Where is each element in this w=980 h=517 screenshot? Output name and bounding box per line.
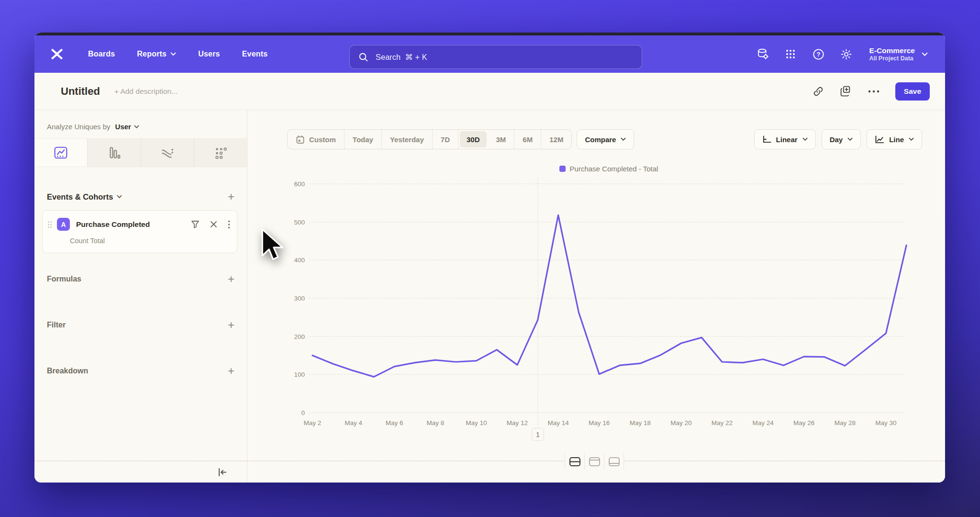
events-cohorts-label[interactable]: Events & Cohorts [47, 192, 113, 202]
range-label: Yesterday [390, 135, 424, 144]
x-tick-label: May 12 [507, 419, 528, 427]
line-chart-svg: 0100200300400500600May 2May 4May 6May 8M… [247, 177, 945, 445]
scale-dropdown[interactable]: Linear [754, 129, 816, 149]
query-builder-sidebar: Analyze Uniques by User [34, 110, 247, 461]
nav-item-label: Events [242, 50, 268, 58]
series-line-purchase-completed-total[interactable] [312, 215, 906, 377]
analyze-uniques-row: Analyze Uniques by User [47, 123, 234, 131]
project-subtitle: All Project Data [869, 55, 915, 63]
chevron-down-icon [621, 137, 626, 141]
tab-funnels[interactable] [88, 139, 141, 167]
section-filter: Filter+ [34, 319, 247, 331]
search-bar[interactable] [349, 45, 642, 69]
event-name[interactable]: Purchase Completed [76, 220, 150, 229]
range-label: 12M [549, 135, 563, 144]
x-tick-label: May 22 [712, 419, 733, 427]
range-3m[interactable]: 3M [488, 130, 515, 149]
y-tick-label: 100 [294, 371, 305, 378]
section-formulas: Formulas+ [34, 273, 247, 285]
analyze-entity-dropdown[interactable]: User [115, 123, 139, 131]
add-formulas-button[interactable]: + [228, 273, 234, 285]
event-measurement[interactable]: Count Total [70, 237, 230, 245]
retention-dots-icon [213, 146, 228, 160]
help-icon[interactable]: ? [812, 47, 825, 61]
sidebar-add-sections: Formulas+Filter+Breakdown+ [34, 273, 247, 377]
range-today[interactable]: Today [345, 130, 382, 149]
interval-dropdown[interactable]: Day [822, 129, 861, 149]
chevron-down-icon [922, 52, 928, 56]
layout-bottom-panel-icon [608, 457, 620, 467]
compare-button[interactable]: Compare [577, 129, 634, 149]
range-7d[interactable]: 7D [433, 130, 458, 149]
range-30d[interactable]: 30D [460, 131, 487, 147]
add-breakdown-button[interactable]: + [228, 365, 234, 377]
chart-area: CustomTodayYesterday7D30D3M6M12M Compare… [247, 110, 945, 461]
layout-top-panel-button[interactable] [584, 454, 604, 469]
svg-text:?: ? [816, 51, 820, 58]
range-12m[interactable]: 12M [541, 130, 571, 149]
insights-chart-icon [54, 146, 68, 160]
section-label: Filter [47, 321, 66, 329]
tab-flows[interactable] [141, 139, 194, 167]
nav-item-reports[interactable]: Reports [137, 50, 176, 58]
more-options-icon[interactable] [868, 85, 880, 98]
data-management-icon[interactable] [756, 47, 769, 61]
interval-label: Day [830, 135, 843, 144]
x-tick-label: May 16 [589, 419, 610, 427]
remove-event-icon[interactable] [210, 221, 217, 228]
x-tick-label: May 28 [835, 419, 856, 427]
tab-retention[interactable] [194, 139, 247, 167]
event-card[interactable]: A Purchase Completed Count Total [42, 210, 237, 253]
add-description-field[interactable]: + Add description... [114, 87, 178, 96]
search-input[interactable] [375, 52, 633, 62]
mixpanel-logo-icon[interactable] [49, 46, 65, 62]
x-tick-label: May 26 [793, 419, 814, 427]
drag-handle-icon[interactable] [47, 221, 52, 228]
chart-display-controls: Linear Day Line [754, 129, 922, 149]
event-kebab-icon[interactable] [228, 220, 230, 229]
range-label: 6M [523, 135, 533, 144]
nav-item-label: Users [198, 50, 220, 58]
project-switcher[interactable]: E-Commerce All Project Data [869, 46, 928, 63]
x-tick-label: May 2 [304, 419, 322, 427]
workspace-body: Analyze Uniques by User [34, 110, 945, 461]
event-card-row: A Purchase Completed [47, 218, 230, 231]
y-tick-label: 500 [294, 219, 305, 226]
compare-label: Compare [585, 135, 616, 144]
chart-legend[interactable]: Purchase Completed - Total [312, 165, 905, 173]
event-card-actions [191, 220, 230, 229]
range-yesterday[interactable]: Yesterday [382, 130, 433, 149]
nav-item-users[interactable]: Users [198, 50, 220, 58]
save-button[interactable]: Save [895, 82, 930, 101]
collapse-sidebar-button[interactable] [212, 461, 232, 483]
desktop-background: BoardsReportsUsersEvents ? [0, 0, 980, 517]
range-label: 30D [467, 135, 480, 144]
x-tick-label: May 24 [752, 419, 774, 427]
x-tick-label: May 14 [547, 419, 569, 427]
layout-bottom-panel-button[interactable] [604, 454, 624, 469]
add-filter-button[interactable]: + [228, 319, 234, 331]
event-letter-badge: A [57, 218, 70, 231]
line-chart: 0100200300400500600May 2May 4May 6May 8M… [247, 177, 945, 445]
chart-type-dropdown[interactable]: Line [867, 129, 922, 149]
apps-grid-icon[interactable] [784, 47, 797, 61]
page-title[interactable]: Untitled [61, 85, 100, 98]
add-event-button[interactable]: + [228, 191, 234, 202]
pagination-page-button[interactable]: 1 [532, 428, 544, 441]
layout-rows-split-button[interactable] [565, 454, 584, 469]
x-tick-label: May 30 [875, 419, 896, 427]
app-window: BoardsReportsUsersEvents ? [34, 33, 945, 483]
chart-controls-row: CustomTodayYesterday7D30D3M6M12M Compare… [247, 129, 945, 149]
nav-item-boards[interactable]: Boards [88, 50, 115, 58]
tab-insights[interactable] [34, 139, 88, 167]
duplicate-icon[interactable] [840, 85, 852, 98]
layout-toggle-group [565, 454, 624, 469]
settings-gear-icon[interactable] [839, 47, 853, 61]
range-custom[interactable]: Custom [288, 130, 345, 149]
filter-funnel-icon[interactable] [191, 220, 200, 228]
events-cohorts-header: Events & Cohorts + [34, 191, 247, 202]
copy-link-icon[interactable] [812, 85, 824, 98]
range-6m[interactable]: 6M [514, 130, 541, 149]
analyze-entity-value: User [115, 123, 131, 131]
nav-item-events[interactable]: Events [242, 50, 268, 58]
